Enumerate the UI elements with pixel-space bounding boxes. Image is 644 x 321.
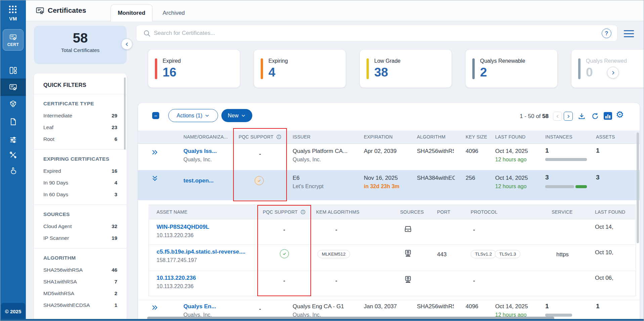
filter-item-expired[interactable]: Expired 16: [43, 165, 117, 177]
filter-item-sha256rsa[interactable]: SHA256withRSA 46: [43, 264, 117, 276]
page-title: Certificates: [48, 6, 86, 14]
filter-item-root[interactable]: Root 6: [43, 133, 117, 145]
tab-archived[interactable]: Archived: [153, 4, 195, 21]
cards-next-button[interactable]: [607, 67, 619, 78]
protocol-chip: TLSv1.3: [495, 250, 520, 258]
col-key-size[interactable]: KEY SIZE: [466, 134, 487, 140]
vertical-scrollbar[interactable]: [637, 132, 639, 243]
filter-label: Root: [43, 136, 54, 142]
acol-kem[interactable]: KEM ALGORITHMS: [316, 209, 359, 215]
kem-value: -: [311, 226, 361, 233]
filter-count: 7: [115, 279, 117, 284]
issuer-value: Qualys Platform CA...: [293, 148, 347, 155]
col-assets[interactable]: ASSETS: [596, 134, 615, 140]
chevron-down-icon: [241, 113, 246, 118]
filter-item-sha1rsa[interactable]: SHA1withRSA 7: [43, 276, 117, 287]
card-label: Expired: [163, 58, 181, 64]
settings-gear-icon[interactable]: ⚙: [615, 110, 625, 119]
col-last-found[interactable]: LAST FOUND: [495, 134, 525, 140]
filter-item-90-days[interactable]: In 90 Days 4: [43, 177, 117, 189]
collapse-panel-button[interactable]: [121, 39, 132, 50]
filter-label: Cloud Agent: [43, 223, 72, 229]
search-input[interactable]: [154, 25, 584, 41]
filter-item-leaf[interactable]: Leaf 23: [43, 121, 117, 133]
sidebar-item-certificates[interactable]: [0, 78, 26, 96]
col-issuer[interactable]: ISSUER: [293, 134, 310, 140]
sidebar-item-assets[interactable]: [0, 95, 26, 113]
col-algorithm[interactable]: ALGORITHM: [417, 134, 445, 140]
sidebar: VM CERT: [0, 0, 26, 321]
sidebar-item-dashboard[interactable]: [0, 62, 26, 79]
col-name[interactable]: NAME/ORGANIZA...: [183, 134, 224, 140]
filter-label: MD5withRSA: [43, 290, 74, 297]
filter-item-md5rsa[interactable]: MD5withRSA 2: [43, 287, 117, 299]
sidebar-item-tools[interactable]: [0, 146, 26, 164]
cert-module-button[interactable]: CERT: [3, 29, 24, 51]
filter-label: In 90 Days: [43, 180, 68, 186]
certificate-icon: [9, 33, 17, 41]
card-qualys-renewable[interactable]: Qualys Renewable 2: [466, 50, 557, 88]
col-instances[interactable]: INSTANCES: [545, 134, 572, 140]
acol-sources[interactable]: SOURCES: [400, 209, 424, 215]
expand-row-icon[interactable]: [151, 304, 159, 312]
card-label: Qualys Renewed: [586, 58, 627, 64]
filters-scrollbar[interactable]: [124, 77, 126, 150]
filter-item-intermediate[interactable]: Intermediate 29: [43, 110, 117, 121]
new-button[interactable]: New: [221, 109, 252, 122]
acol-last-found[interactable]: LAST FOUND: [595, 209, 636, 215]
filter-item-ip-scanner[interactable]: IP Scanner 19: [43, 232, 117, 244]
certificates-title-icon: [35, 6, 45, 15]
acol-protocol[interactable]: PROTOCOL: [471, 209, 498, 215]
next-page-button[interactable]: [564, 112, 573, 121]
instances-bar-green: [575, 185, 587, 188]
download-icon[interactable]: [577, 111, 586, 121]
filter-item-60-days[interactable]: In 60 Days 3: [43, 189, 117, 200]
actions-button[interactable]: Actions (1): [168, 109, 218, 122]
card-expired[interactable]: Expired 16: [148, 50, 240, 88]
filter-count: 32: [112, 223, 117, 229]
apps-grid-icon[interactable]: [8, 4, 18, 14]
acol-service[interactable]: SERVICE: [552, 209, 573, 215]
last-found-ago: 12 hours ago: [495, 157, 526, 163]
tab-archived-label: Archived: [163, 10, 185, 16]
menu-icon[interactable]: [624, 30, 634, 37]
instances-bar: [545, 158, 587, 161]
prev-page-button[interactable]: [553, 112, 562, 121]
card-label: Expiring: [268, 58, 288, 64]
asset-name-link[interactable]: c5.f5.b19e.ip4.static.sl-reverse....: [157, 249, 246, 255]
sidebar-item-response[interactable]: [0, 162, 26, 179]
expiration-value: Jan 03, 2037: [364, 303, 397, 310]
certificate-name-link[interactable]: Qualys Iss...: [183, 148, 217, 155]
filter-label: SHA1withRSA: [43, 279, 77, 285]
help-icon[interactable]: ?: [602, 29, 611, 38]
collapse-row-icon[interactable]: [151, 174, 159, 182]
asset-ip: 158.177.245.197: [157, 257, 197, 263]
filter-item-cloud-agent[interactable]: Cloud Agent 32: [43, 220, 117, 232]
acol-asset-name[interactable]: ASSET NAME: [157, 209, 187, 215]
col-expiration[interactable]: EXPIRATION: [364, 134, 393, 140]
scanner-source-icon: [403, 275, 413, 284]
certificate-name-link[interactable]: test.open...: [183, 177, 214, 184]
filter-count: 16: [112, 168, 117, 174]
filter-label: Leaf: [43, 124, 53, 130]
select-all-checkbox[interactable]: –: [152, 112, 159, 119]
chart-view-icon[interactable]: [604, 112, 612, 120]
assets-count: 1: [596, 147, 600, 154]
key-size-value: 4096: [466, 148, 478, 155]
asset-name-link[interactable]: 10.113.220.236: [157, 275, 196, 281]
filter-item-sha256ecdsa[interactable]: SHA256withECDSA 1: [43, 299, 117, 311]
card-expiring[interactable]: Expiring 4: [254, 50, 346, 88]
certificate-name-link[interactable]: Qualys En...: [183, 303, 216, 310]
card-low-grade[interactable]: Low Grade 38: [360, 50, 452, 88]
tab-monitored[interactable]: Monitored: [111, 4, 153, 21]
last-found-date: Oct 14, 2025: [495, 175, 528, 181]
quick-filters-panel: QUICK FILTERS CERTIFICATE TYPE Intermedi…: [34, 73, 127, 321]
refresh-icon[interactable]: [590, 111, 600, 121]
acol-port[interactable]: PORT: [437, 209, 450, 215]
sidebar-item-documents[interactable]: [0, 113, 26, 130]
filter-count: 46: [112, 267, 117, 273]
asset-name-link[interactable]: WIN-P8S24QHD09L: [157, 224, 209, 230]
expand-row-icon[interactable]: [151, 148, 159, 156]
filter-section-certificate-type: CERTIFICATE TYPE Intermediate 29 Leaf 23…: [34, 94, 127, 150]
certificate-org: Qualys, Inc.: [183, 157, 212, 163]
